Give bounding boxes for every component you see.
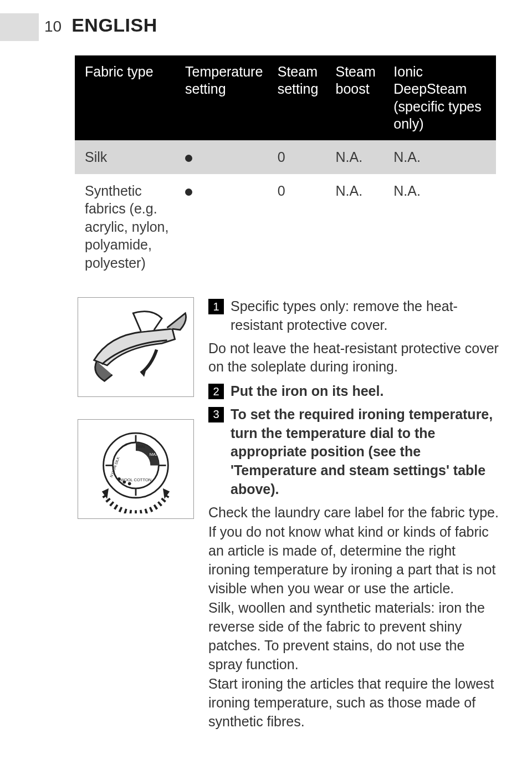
page-header: 10 ENGLISH [44,14,157,36]
step-number-icon: 1 [208,299,224,314]
header-steam: Steam setting [278,63,336,133]
settings-table: Fabric type Temperature setting Steam se… [75,55,496,279]
header-boost: Steam boost [336,63,394,133]
step-number-icon: 2 [208,384,224,399]
cell-boost: N.A. [336,148,394,166]
iron-icon [83,303,188,391]
svg-text:MIN: MIN [137,444,145,449]
dial-icon: WOOL COTTON NYLON SILK MAX MIN [89,425,183,513]
header-temperature: Temperature setting [185,63,278,133]
table-row: Synthetic fabrics (e.g. acrylic, nylon, … [75,174,496,280]
page-tab [0,13,39,41]
paragraph: Silk, woollen and synthetic materials: i… [208,599,499,674]
page-language: ENGLISH [71,14,157,36]
svg-point-10 [122,481,126,484]
cell-temperature [185,182,278,200]
paragraph: If you do not know what kind or kinds of… [208,523,499,598]
dot-icon [185,189,192,196]
header-ionic: Ionic DeepSteam (specific types only) [393,63,486,133]
svg-text:MAX: MAX [150,452,158,457]
warning-text: Do not leave the heat-resistant protecti… [208,339,499,377]
step-1: 1 Specific types only: remove the heat-r… [208,297,499,335]
step-2-text: Put the iron on its heel. [231,382,383,401]
svg-marker-0 [140,369,146,376]
step-2: 2 Put the iron on its heel. [208,382,499,401]
cell-steam: 0 [278,182,336,200]
cell-fabric: Synthetic fabrics (e.g. acrylic, nylon, … [85,182,185,272]
cell-steam: 0 [278,148,336,166]
cell-boost: N.A. [336,182,394,200]
step-3: 3 To set the required ironing temperatur… [208,405,499,499]
step-number-icon: 3 [208,407,224,422]
dot-icon [185,155,192,162]
svg-point-11 [128,482,131,486]
temperature-dial-illustration: WOOL COTTON NYLON SILK MAX MIN [78,419,194,519]
header-fabric: Fabric type [85,63,185,133]
paragraph: Check the laundry care label for the fab… [208,503,499,522]
steps-text-column: 1 Specific types only: remove the heat-r… [208,297,499,731]
page-number: 10 [44,18,62,35]
cell-temperature [185,148,278,166]
iron-remove-cover-illustration [78,297,194,397]
illustration-column: WOOL COTTON NYLON SILK MAX MIN [78,297,194,731]
step-1-text: Specific types only: remove the heat-res… [231,297,499,335]
paragraph: Start ironing the articles that require … [208,675,499,731]
cell-ionic: N.A. [393,182,486,200]
table-row: Silk 0 N.A. N.A. [75,140,496,174]
svg-point-9 [117,477,121,481]
table-header-row: Fabric type Temperature setting Steam se… [75,55,496,140]
step-3-text: To set the required ironing temperature,… [231,405,499,499]
cell-fabric: Silk [85,148,185,166]
cell-ionic: N.A. [393,148,486,166]
steps-area: WOOL COTTON NYLON SILK MAX MIN 1 Specifi… [78,297,499,731]
